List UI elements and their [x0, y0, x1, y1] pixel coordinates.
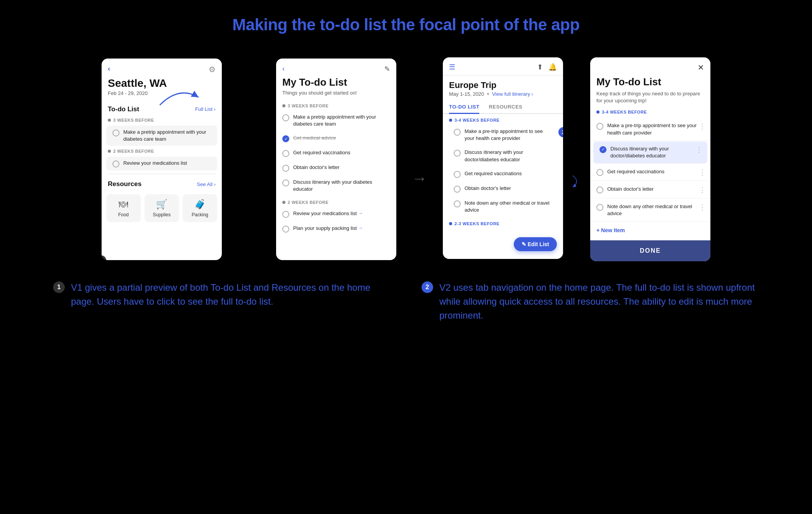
s4-title: My To-do List	[590, 76, 710, 90]
annotation-badge-1: 1	[53, 281, 65, 293]
s1-resources-row: 🍽 Food 🛒 Supplies 🧳 Packing	[102, 191, 222, 225]
s2-checkbox-4[interactable]	[282, 165, 289, 172]
s3-dates-text: May 1-15, 2020	[449, 91, 484, 97]
s2-todo-item-4: Obtain doctor's letter	[276, 161, 396, 175]
s3-tab-resources[interactable]: RESOURCES	[489, 101, 522, 113]
s3-todo-text-5: Note down any other medical or travel ad…	[465, 200, 552, 214]
s4-close-icon[interactable]: ✕	[698, 63, 704, 72]
s4-todo-left-1: Make a pre-trip appointment to see your …	[596, 122, 699, 136]
s3-tab-todo[interactable]: TO-DO LIST	[449, 101, 479, 114]
s4-header: ✕	[590, 57, 710, 76]
s3-bell-icon[interactable]: 🔔	[548, 63, 557, 71]
s4-checkbox-4[interactable]	[596, 186, 603, 193]
s1-resource-supplies[interactable]: 🛒 Supplies	[145, 194, 179, 222]
s3-share-icon[interactable]: ⬆	[537, 63, 543, 71]
s1-back-icon[interactable]: ‹	[108, 65, 110, 73]
group-v1: 1 ‹ ⚙ Seattle, WA Feb 24 - 29, 2020 To-d…	[102, 59, 396, 260]
s2-todo-text-7: Plan your supply packing list →	[293, 225, 363, 232]
s1-checkbox-1[interactable]	[112, 129, 119, 136]
annotation-text-2: V2 uses tab navigation on the home page.…	[439, 281, 759, 323]
s2-todo-text-3: Get required vaccinations	[293, 149, 350, 156]
s4-dots-1[interactable]: ⋮	[699, 122, 706, 131]
s4-dots-5[interactable]: ⋮	[699, 203, 706, 212]
s1-see-all-link[interactable]: See All ›	[197, 181, 216, 187]
s4-todo-item-4: Obtain doctor's letter ⋮	[590, 182, 710, 198]
s4-checkbox-5[interactable]	[596, 204, 603, 211]
screen-v1: 1 ‹ ⚙ Seattle, WA Feb 24 - 29, 2020 To-d…	[102, 59, 222, 260]
s2-todo-text-4: Obtain doctor's letter	[293, 164, 340, 171]
s2-checkbox-7[interactable]	[282, 226, 289, 233]
s4-subtitle: Keep track of things you need to do to p…	[590, 90, 710, 110]
s1-resources-section-header: Resources See All ›	[102, 177, 222, 191]
s3-header: ☰ ⬆ 🔔	[443, 57, 563, 76]
s2-checkbox-3[interactable]	[282, 150, 289, 157]
annotation-badge-2: 2	[422, 281, 433, 293]
s4-todo-text-2: Discuss itinerary with your doctor/diabe…	[610, 145, 696, 159]
s4-todo-item-2: ✓ Discuss itinerary with your doctor/dia…	[593, 141, 707, 164]
s2-checkbox-5[interactable]	[282, 179, 289, 186]
s4-todo-left-2: ✓ Discuss itinerary with your doctor/dia…	[599, 145, 696, 159]
s4-todo-left-4: Obtain doctor's letter	[596, 186, 699, 193]
badge-1: 1	[102, 255, 106, 260]
s2-todo-text-2: Get medical advice	[293, 135, 336, 141]
s4-dots-3[interactable]: ⋮	[699, 168, 706, 177]
s3-todo-text-1: Make a pre-trip appointment to see your …	[465, 128, 552, 142]
s2-todo-item-2: ✓ Get medical advice	[276, 131, 396, 145]
s2-back-icon[interactable]: ‹	[282, 65, 285, 73]
s1-checkbox-2[interactable]	[112, 160, 119, 167]
food-icon: 🍽	[119, 199, 128, 210]
s4-todo-text-4: Obtain doctor's letter	[607, 186, 654, 193]
s2-todo-item-6: Review your medications list →	[276, 207, 396, 221]
s3-edit-list-button[interactable]: ✎ Edit List	[514, 237, 557, 251]
s1-full-list-link[interactable]: Full List ›	[195, 106, 216, 112]
s3-todo-item-5: Note down any other medical or travel ad…	[449, 197, 557, 217]
s2-todo-text-6: Review your medications list →	[293, 210, 363, 217]
s4-dots-2[interactable]: ⋮	[696, 145, 703, 154]
s3-week2-label: 2-3 WEEKS BEFORE	[443, 219, 563, 228]
s3-menu-icon[interactable]: ☰	[449, 63, 455, 71]
s4-todo-left-5: Note down any other medical or travel ad…	[596, 203, 699, 217]
s1-gear-icon[interactable]: ⚙	[209, 65, 216, 74]
s4-new-item-button[interactable]: + New Item	[590, 223, 710, 238]
s3-todo-text-3: Get required vaccinations	[465, 170, 522, 177]
main-arrow: →	[412, 170, 427, 187]
s4-checkbox-checked-2[interactable]: ✓	[599, 146, 606, 153]
s3-todo-item-4: Obtain doctor's letter	[449, 182, 557, 196]
s2-todo-item-1: Make a pretrip appointment with your dia…	[276, 110, 396, 131]
page-title: Making the to-do list the focal point of…	[232, 16, 579, 34]
s3-todo-text-2: Discuss itinerary with your doctor/diabe…	[465, 149, 552, 163]
s3-checkbox-4[interactable]	[454, 186, 461, 193]
s1-resource-food[interactable]: 🍽 Food	[106, 194, 141, 222]
s4-done-button[interactable]: DONE	[590, 240, 710, 261]
s1-resource-packing[interactable]: 🧳 Packing	[183, 194, 217, 222]
s3-checkbox-2[interactable]	[454, 150, 461, 157]
s4-dots-4[interactable]: ⋮	[699, 186, 706, 194]
s3-todo-text-4: Obtain doctor's letter	[465, 185, 511, 192]
s2-edit-icon[interactable]: ✎	[384, 65, 390, 73]
s2-checkbox-1[interactable]	[282, 114, 289, 121]
s1-todo-text-2: Review your medications list	[123, 160, 187, 167]
s2-checkbox-2[interactable]: ✓	[282, 135, 289, 142]
s2-todo-item-3: Get required vaccinations	[276, 146, 396, 160]
s3-checkbox-1[interactable]	[454, 129, 461, 136]
s2-checkbox-6[interactable]	[282, 211, 289, 218]
group-separator: →	[396, 170, 443, 187]
s2-week1-label: 3 WEEKS BEFORE	[276, 100, 396, 110]
s3-dot: •	[487, 91, 489, 97]
s1-dates: Feb 24 - 29, 2020	[102, 90, 222, 102]
s4-todo-item-1: Make a pre-trip appointment to see your …	[590, 118, 710, 140]
s2-week2-label: 2 WEEKS BEFORE	[276, 197, 396, 206]
s1-supplies-label: Supplies	[153, 212, 171, 217]
s3-checkbox-3[interactable]	[454, 171, 461, 178]
s2-todo-item-7: Plan your supply packing list →	[276, 222, 396, 236]
s3-header-icons: ⬆ 🔔	[537, 63, 557, 71]
s4-checkbox-3[interactable]	[596, 169, 603, 176]
s2-subtitle: Things you should get started on!	[276, 90, 396, 100]
s2-arrow-icon-2: →	[358, 225, 363, 231]
screen-v2: ‹ ✎ My To-do List Things you should get …	[276, 59, 396, 260]
s4-checkbox-1[interactable]	[596, 123, 603, 130]
s1-packing-label: Packing	[192, 212, 208, 217]
s3-view-itinerary-link[interactable]: View full itinerary ›	[492, 91, 533, 97]
s3-checkbox-5[interactable]	[454, 200, 461, 207]
s1-todo-text-1: Make a pretrip appointment with your dia…	[123, 129, 211, 143]
